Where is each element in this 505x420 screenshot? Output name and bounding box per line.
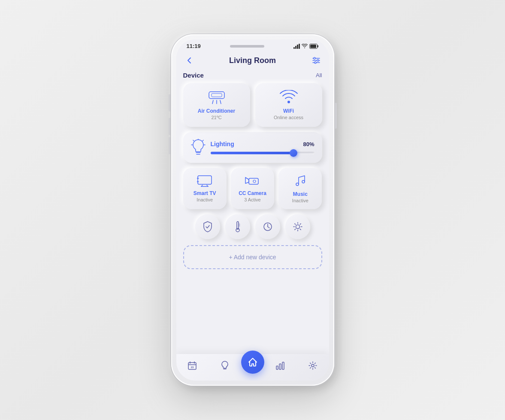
light-bulb-icon — [191, 139, 206, 156]
lighting-card[interactable]: Lighting 80% — [183, 132, 322, 163]
svg-line-20 — [203, 140, 203, 141]
svg-line-39 — [268, 227, 269, 228]
ac-name: Air Conditioner — [198, 108, 235, 114]
quick-actions-row — [183, 214, 322, 239]
svg-point-34 — [236, 228, 239, 232]
svg-line-11 — [212, 100, 213, 104]
music-icon — [293, 174, 307, 188]
section-header: Device All — [183, 72, 322, 79]
filter-button[interactable] — [310, 54, 322, 66]
ac-status: 21ºC — [211, 115, 221, 120]
wifi-status: Online access — [274, 115, 303, 120]
page-title: Living Room — [229, 56, 276, 65]
add-device-button[interactable]: + Add new device — [183, 245, 322, 269]
nav-calendar[interactable]: 23 — [176, 361, 209, 370]
battery-icon — [309, 44, 319, 49]
lighting-controls: Lighting 80% — [211, 141, 314, 154]
svg-rect-1 — [317, 45, 318, 47]
svg-rect-57 — [282, 362, 284, 369]
clock-button[interactable] — [255, 214, 280, 239]
security-button[interactable] — [195, 214, 220, 239]
svg-point-40 — [296, 225, 299, 229]
nav-ideas[interactable] — [209, 360, 241, 371]
svg-line-48 — [294, 229, 295, 230]
lighting-slider[interactable] — [211, 152, 314, 154]
music-status: Inactive — [292, 198, 308, 203]
wifi-device-icon — [279, 90, 298, 105]
slider-fill — [211, 152, 294, 154]
camera-status: 3 Active — [244, 197, 261, 202]
lighting-percent: 80% — [303, 141, 314, 147]
smarttv-card[interactable]: Smart TV Inactive — [183, 168, 227, 209]
lighting-header: Lighting 80% — [211, 141, 314, 147]
svg-line-47 — [300, 224, 301, 225]
tv-icon — [197, 175, 212, 187]
svg-line-46 — [300, 229, 301, 230]
lighting-label: Lighting — [211, 141, 234, 147]
wifi-icon — [302, 44, 308, 48]
all-button[interactable]: All — [316, 72, 322, 78]
music-name: Music — [293, 191, 308, 197]
back-button[interactable] — [183, 54, 195, 66]
camera-card[interactable]: CC Camera 3 Active — [231, 168, 274, 209]
svg-point-58 — [311, 364, 314, 367]
wifi-name: WiFi — [283, 108, 294, 114]
svg-text:23: 23 — [191, 366, 194, 369]
svg-point-32 — [302, 180, 305, 183]
section-label: Device — [183, 72, 204, 79]
phone-screen: 11:19 — [176, 39, 329, 381]
status-notch — [230, 45, 264, 48]
svg-rect-22 — [198, 176, 212, 184]
top-devices-row: Air Conditioner 21ºC WiFi Online a — [183, 83, 322, 127]
svg-rect-10 — [212, 93, 222, 97]
svg-line-13 — [220, 100, 221, 104]
brightness-button[interactable] — [285, 214, 310, 239]
svg-rect-55 — [276, 366, 278, 369]
svg-point-8 — [314, 62, 316, 63]
smarttv-status: Inactive — [197, 197, 213, 202]
svg-marker-29 — [245, 177, 249, 183]
signal-bars-icon — [293, 44, 300, 49]
three-devices-row: Smart TV Inactive CC Camera 3 Active — [183, 168, 322, 209]
app-content: Living Room Device All — [176, 51, 329, 354]
smarttv-name: Smart TV — [194, 190, 216, 196]
nav-settings[interactable] — [296, 361, 329, 370]
ac-card[interactable]: Air Conditioner 21ºC — [183, 83, 250, 127]
music-card[interactable]: Music Inactive — [278, 168, 322, 209]
status-bar: 11:19 — [176, 39, 329, 51]
phone-shell: 11:19 — [171, 34, 334, 386]
header: Living Room — [183, 51, 322, 72]
camera-icon — [245, 175, 260, 187]
svg-point-14 — [287, 101, 290, 103]
ac-icon — [207, 90, 226, 105]
svg-rect-56 — [279, 364, 281, 369]
svg-point-6 — [314, 57, 315, 59]
svg-rect-2 — [310, 45, 316, 48]
bottom-nav: 23 — [176, 354, 329, 381]
svg-rect-28 — [249, 178, 258, 184]
nav-stats[interactable] — [264, 361, 297, 370]
wifi-card[interactable]: WiFi Online access — [255, 83, 322, 127]
temperature-button[interactable] — [225, 214, 250, 239]
svg-rect-9 — [209, 92, 224, 99]
status-time: 11:19 — [187, 43, 201, 49]
status-icons — [293, 44, 319, 49]
slider-thumb[interactable] — [290, 149, 297, 157]
svg-line-19 — [193, 140, 194, 141]
svg-point-30 — [253, 180, 256, 183]
svg-point-31 — [296, 183, 299, 186]
nav-home[interactable] — [241, 351, 264, 374]
svg-line-45 — [294, 224, 295, 225]
svg-point-7 — [317, 60, 319, 61]
camera-name: CC Camera — [239, 190, 266, 196]
